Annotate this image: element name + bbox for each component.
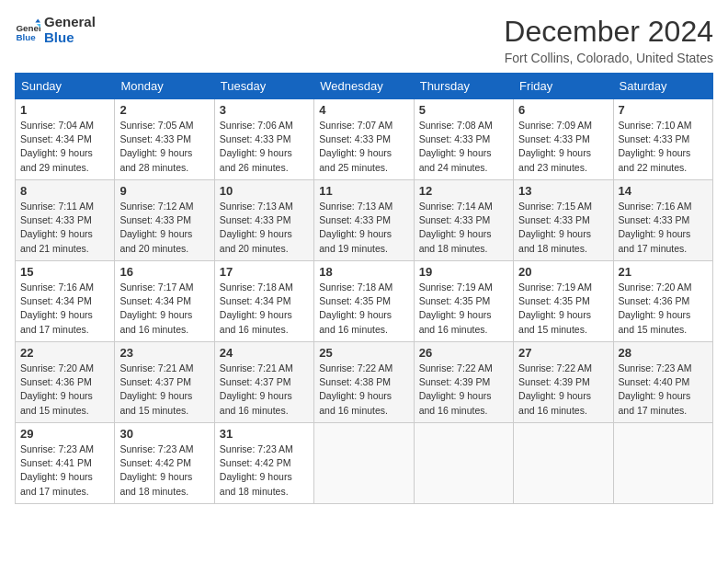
day-number: 19 xyxy=(419,265,508,279)
day-number: 31 xyxy=(220,427,309,441)
calendar-cell: 20Sunrise: 7:19 AM Sunset: 4:35 PM Dayli… xyxy=(514,261,613,342)
header-thursday: Thursday xyxy=(414,74,513,99)
day-number: 15 xyxy=(20,265,109,279)
calendar-week-row: 1Sunrise: 7:04 AM Sunset: 4:34 PM Daylig… xyxy=(16,99,713,180)
calendar-cell: 26Sunrise: 7:22 AM Sunset: 4:39 PM Dayli… xyxy=(414,342,513,423)
day-number: 14 xyxy=(619,184,708,198)
day-number: 2 xyxy=(119,103,209,117)
day-number: 6 xyxy=(518,103,608,117)
calendar-header-row: SundayMondayTuesdayWednesdayThursdayFrid… xyxy=(16,74,713,99)
day-info: Sunrise: 7:19 AM Sunset: 4:35 PM Dayligh… xyxy=(419,281,508,337)
day-info: Sunrise: 7:11 AM Sunset: 4:33 PM Dayligh… xyxy=(20,200,109,256)
calendar-cell: 3Sunrise: 7:06 AM Sunset: 4:33 PM Daylig… xyxy=(214,99,313,180)
day-info: Sunrise: 7:22 AM Sunset: 4:39 PM Dayligh… xyxy=(518,362,608,418)
day-info: Sunrise: 7:09 AM Sunset: 4:33 PM Dayligh… xyxy=(518,119,608,175)
day-info: Sunrise: 7:22 AM Sunset: 4:39 PM Dayligh… xyxy=(419,362,508,418)
day-number: 5 xyxy=(419,103,508,117)
day-number: 12 xyxy=(419,184,508,198)
day-info: Sunrise: 7:23 AM Sunset: 4:42 PM Dayligh… xyxy=(220,442,309,499)
calendar-cell xyxy=(414,423,513,504)
calendar-cell: 2Sunrise: 7:05 AM Sunset: 4:33 PM Daylig… xyxy=(115,99,214,180)
day-info: Sunrise: 7:18 AM Sunset: 4:35 PM Dayligh… xyxy=(319,281,408,337)
header-saturday: Saturday xyxy=(613,74,712,99)
day-info: Sunrise: 7:06 AM Sunset: 4:33 PM Dayligh… xyxy=(220,119,309,175)
calendar-cell: 12Sunrise: 7:14 AM Sunset: 4:33 PM Dayli… xyxy=(414,180,513,261)
day-info: Sunrise: 7:15 AM Sunset: 4:33 PM Dayligh… xyxy=(518,200,608,256)
header-sunday: Sunday xyxy=(16,74,115,99)
day-info: Sunrise: 7:10 AM Sunset: 4:33 PM Dayligh… xyxy=(619,119,708,175)
day-number: 25 xyxy=(319,346,408,360)
calendar-cell: 13Sunrise: 7:15 AM Sunset: 4:33 PM Dayli… xyxy=(514,180,613,261)
calendar-cell: 4Sunrise: 7:07 AM Sunset: 4:33 PM Daylig… xyxy=(314,99,414,180)
calendar-cell: 8Sunrise: 7:11 AM Sunset: 4:33 PM Daylig… xyxy=(16,180,115,261)
calendar-week-row: 15Sunrise: 7:16 AM Sunset: 4:34 PM Dayli… xyxy=(16,261,713,342)
day-info: Sunrise: 7:20 AM Sunset: 4:36 PM Dayligh… xyxy=(619,281,708,337)
day-info: Sunrise: 7:12 AM Sunset: 4:33 PM Dayligh… xyxy=(119,200,209,256)
day-info: Sunrise: 7:17 AM Sunset: 4:34 PM Dayligh… xyxy=(119,281,209,337)
svg-text:Blue: Blue xyxy=(16,32,36,42)
calendar-cell: 14Sunrise: 7:16 AM Sunset: 4:33 PM Dayli… xyxy=(613,180,712,261)
day-number: 10 xyxy=(220,184,309,198)
day-number: 1 xyxy=(20,103,109,117)
day-info: Sunrise: 7:22 AM Sunset: 4:38 PM Dayligh… xyxy=(319,362,408,418)
calendar-table: SundayMondayTuesdayWednesdayThursdayFrid… xyxy=(15,73,713,504)
calendar-week-row: 8Sunrise: 7:11 AM Sunset: 4:33 PM Daylig… xyxy=(16,180,713,261)
title-area: December 2024 Fort Collins, Colorado, Un… xyxy=(504,15,713,65)
day-number: 8 xyxy=(20,184,109,198)
calendar-cell: 31Sunrise: 7:23 AM Sunset: 4:42 PM Dayli… xyxy=(214,423,313,504)
day-number: 21 xyxy=(619,265,708,279)
day-number: 23 xyxy=(119,346,209,360)
calendar-cell: 25Sunrise: 7:22 AM Sunset: 4:38 PM Dayli… xyxy=(314,342,414,423)
calendar-cell: 18Sunrise: 7:18 AM Sunset: 4:35 PM Dayli… xyxy=(314,261,414,342)
calendar-cell: 28Sunrise: 7:23 AM Sunset: 4:40 PM Dayli… xyxy=(613,342,712,423)
day-info: Sunrise: 7:20 AM Sunset: 4:36 PM Dayligh… xyxy=(20,362,109,418)
logo: General Blue General Blue xyxy=(15,15,96,45)
month-title: December 2024 xyxy=(504,15,713,49)
calendar-cell: 16Sunrise: 7:17 AM Sunset: 4:34 PM Dayli… xyxy=(115,261,214,342)
day-number: 18 xyxy=(319,265,408,279)
calendar-cell: 30Sunrise: 7:23 AM Sunset: 4:42 PM Dayli… xyxy=(115,423,214,504)
day-number: 29 xyxy=(20,427,109,441)
day-number: 17 xyxy=(220,265,309,279)
day-info: Sunrise: 7:23 AM Sunset: 4:41 PM Dayligh… xyxy=(20,442,109,499)
location-title: Fort Collins, Colorado, United States xyxy=(504,51,713,65)
day-number: 4 xyxy=(319,103,408,117)
calendar-cell xyxy=(514,423,613,504)
day-number: 9 xyxy=(119,184,209,198)
day-info: Sunrise: 7:16 AM Sunset: 4:33 PM Dayligh… xyxy=(619,200,708,256)
calendar-cell xyxy=(613,423,712,504)
header-monday: Monday xyxy=(115,74,214,99)
day-info: Sunrise: 7:13 AM Sunset: 4:33 PM Dayligh… xyxy=(220,200,309,256)
day-number: 27 xyxy=(518,346,608,360)
day-number: 13 xyxy=(518,184,608,198)
calendar-cell: 1Sunrise: 7:04 AM Sunset: 4:34 PM Daylig… xyxy=(16,99,115,180)
day-number: 22 xyxy=(20,346,109,360)
calendar-cell: 19Sunrise: 7:19 AM Sunset: 4:35 PM Dayli… xyxy=(414,261,513,342)
calendar-cell: 11Sunrise: 7:13 AM Sunset: 4:33 PM Dayli… xyxy=(314,180,414,261)
svg-marker-2 xyxy=(35,18,40,22)
day-number: 26 xyxy=(419,346,508,360)
calendar-cell: 22Sunrise: 7:20 AM Sunset: 4:36 PM Dayli… xyxy=(16,342,115,423)
day-info: Sunrise: 7:14 AM Sunset: 4:33 PM Dayligh… xyxy=(419,200,508,256)
calendar-cell: 17Sunrise: 7:18 AM Sunset: 4:34 PM Dayli… xyxy=(214,261,313,342)
day-info: Sunrise: 7:23 AM Sunset: 4:42 PM Dayligh… xyxy=(119,442,209,499)
day-info: Sunrise: 7:08 AM Sunset: 4:33 PM Dayligh… xyxy=(419,119,508,175)
day-number: 28 xyxy=(619,346,708,360)
calendar-cell: 23Sunrise: 7:21 AM Sunset: 4:37 PM Dayli… xyxy=(115,342,214,423)
calendar-cell xyxy=(314,423,414,504)
day-number: 16 xyxy=(119,265,209,279)
logo-general: General xyxy=(44,15,96,30)
calendar-cell: 15Sunrise: 7:16 AM Sunset: 4:34 PM Dayli… xyxy=(16,261,115,342)
day-info: Sunrise: 7:13 AM Sunset: 4:33 PM Dayligh… xyxy=(319,200,408,256)
day-info: Sunrise: 7:07 AM Sunset: 4:33 PM Dayligh… xyxy=(319,119,408,175)
calendar-cell: 21Sunrise: 7:20 AM Sunset: 4:36 PM Dayli… xyxy=(613,261,712,342)
day-info: Sunrise: 7:23 AM Sunset: 4:40 PM Dayligh… xyxy=(619,362,708,418)
calendar-cell: 5Sunrise: 7:08 AM Sunset: 4:33 PM Daylig… xyxy=(414,99,513,180)
calendar-cell: 29Sunrise: 7:23 AM Sunset: 4:41 PM Dayli… xyxy=(16,423,115,504)
calendar-cell: 24Sunrise: 7:21 AM Sunset: 4:37 PM Dayli… xyxy=(214,342,313,423)
day-info: Sunrise: 7:05 AM Sunset: 4:33 PM Dayligh… xyxy=(119,119,209,175)
day-info: Sunrise: 7:04 AM Sunset: 4:34 PM Dayligh… xyxy=(20,119,109,175)
header-tuesday: Tuesday xyxy=(214,74,313,99)
header-wednesday: Wednesday xyxy=(314,74,414,99)
day-number: 20 xyxy=(518,265,608,279)
